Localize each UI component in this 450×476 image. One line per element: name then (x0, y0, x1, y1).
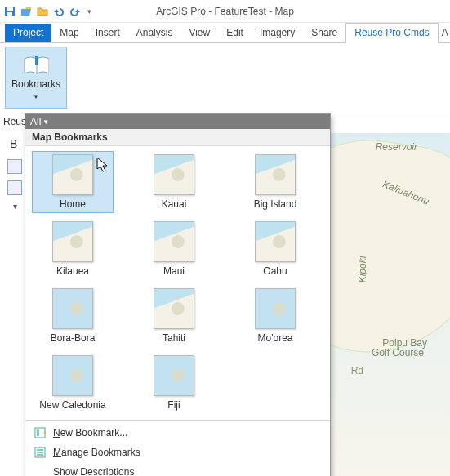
svg-rect-10 (37, 452, 43, 453)
bookmark-maui[interactable]: Maui (133, 218, 215, 280)
quick-access-toolbar: ▾ (3, 5, 93, 18)
bookmark-new-caledonia[interactable]: New Caledonia (32, 352, 114, 414)
qat-dropdown-icon[interactable]: ▾ (85, 5, 93, 18)
tool-icon-1[interactable] (7, 159, 22, 174)
map-label-rd: Rd (351, 365, 363, 376)
bookmark-thumb (52, 154, 93, 195)
svg-rect-11 (37, 454, 43, 456)
open-icon[interactable] (20, 5, 33, 18)
bookmark-label: Home (60, 198, 86, 210)
bookmarks-grid: Home Kauai Big Island Kilauea Maui Oahu … (25, 146, 330, 420)
bookmark-tahiti[interactable]: Tahiti (133, 285, 215, 347)
chevron-down-icon: ▼ (33, 93, 39, 100)
svg-rect-6 (37, 429, 39, 436)
dropdown-filter-label: All (30, 116, 41, 127)
bookmark-label: New Caledonia (39, 399, 105, 411)
ribbon-tabs: Project Map Insert Analysis View Edit Im… (0, 23, 450, 43)
svg-rect-1 (7, 7, 13, 11)
bookmark-home[interactable]: Home (32, 151, 114, 213)
tab-map[interactable]: Map (51, 24, 87, 42)
bookmark-oahu[interactable]: Oahu (234, 218, 316, 280)
tab-truncated[interactable]: A (439, 24, 450, 42)
bookmark-thumb (52, 355, 93, 396)
menu-new-bookmark[interactable]: ✦ New Bookmark... (25, 423, 330, 443)
bookmark-fiji[interactable]: Fiji (133, 352, 215, 414)
bookmark-label: Mo'orea (258, 332, 293, 344)
svg-rect-2 (7, 12, 12, 16)
bookmark-label: Maui (163, 265, 185, 277)
chevron-down-icon[interactable]: ▾ (13, 202, 17, 211)
bookmark-thumb (154, 288, 194, 329)
map-label-reservoir: Reservoir (376, 141, 417, 153)
tab-edit[interactable]: Edit (218, 24, 252, 42)
folder-icon[interactable] (36, 5, 49, 18)
tab-reuse-pro-cmds[interactable]: Reuse Pro Cmds (345, 23, 438, 43)
bookmark-thumb (255, 221, 296, 262)
manage-bookmarks-icon (33, 446, 47, 459)
redo-icon[interactable] (69, 5, 82, 18)
bookmarks-icon (23, 56, 49, 75)
bookmark-thumb (52, 288, 93, 329)
tab-analysis[interactable]: Analysis (128, 24, 181, 42)
dropdown-filter-all[interactable]: All ▼ (25, 114, 330, 129)
left-toolstrip: ▾ (3, 159, 26, 211)
dropdown-menu: ✦ New Bookmark... Manage Bookmarks Show … (25, 420, 330, 476)
menu-label: Manage Bookmarks (53, 447, 140, 458)
bookmark-thumb (255, 154, 296, 195)
tab-project[interactable]: Project (5, 24, 51, 42)
panel-reuse-truncated: Reus (3, 116, 26, 127)
bookmark-thumb (154, 221, 194, 262)
menu-manage-bookmarks[interactable]: Manage Bookmarks (25, 443, 330, 462)
menu-label: Show Descriptions (53, 466, 134, 476)
dropdown-heading: Map Bookmarks (25, 129, 330, 146)
bookmark-bora-bora[interactable]: Bora-Bora (32, 285, 114, 347)
bookmark-thumb (52, 221, 93, 262)
chevron-down-icon: ▼ (42, 118, 49, 126)
tab-view[interactable]: View (180, 24, 218, 42)
panel-b-truncated: B (10, 137, 17, 150)
svg-text:✦: ✦ (42, 427, 46, 438)
map-label-poipu2: Golf Course (372, 347, 424, 358)
tab-imagery[interactable]: Imagery (252, 24, 303, 42)
undo-icon[interactable] (52, 5, 65, 18)
bookmark-label: Tahiti (163, 332, 185, 344)
bookmark-big-island[interactable]: Big Island (234, 151, 316, 213)
tool-icon-2[interactable] (7, 180, 22, 195)
title-bar: ▾ ArcGIS Pro - FeatureTest - Map (0, 0, 450, 23)
bookmark-label: Big Island (254, 198, 297, 210)
ribbon-body: Bookmarks ▼ (0, 43, 450, 113)
bookmarks-dropdown: All ▼ Map Bookmarks Home Kauai Big Islan… (25, 113, 331, 476)
svg-rect-4 (35, 56, 38, 65)
tab-share[interactable]: Share (303, 24, 345, 42)
bookmarks-button[interactable]: Bookmarks ▼ (5, 47, 67, 109)
bookmark-label: Oahu (263, 265, 287, 277)
bookmark-thumb (255, 288, 296, 329)
bookmark-label: Kilauea (56, 265, 89, 277)
map-label-kipoki: Kipoki (358, 256, 369, 283)
save-icon[interactable] (3, 5, 16, 18)
menu-show-descriptions[interactable]: Show Descriptions (25, 462, 330, 476)
menu-label: New Bookmark... (53, 427, 127, 438)
bookmark-label: Bora-Bora (51, 332, 96, 344)
bookmark-kilauea[interactable]: Kilauea (32, 218, 114, 280)
new-bookmark-icon: ✦ (33, 426, 47, 439)
bookmark-label: Fiji (167, 399, 180, 411)
blank-icon (33, 465, 47, 476)
bookmark-label: Kauai (162, 198, 187, 210)
svg-rect-9 (37, 449, 43, 451)
bookmark-kauai[interactable]: Kauai (133, 151, 215, 213)
bookmarks-label: Bookmarks (11, 78, 60, 90)
bookmark-thumb (154, 154, 194, 195)
bookmark-thumb (154, 355, 194, 396)
bookmark-moorea[interactable]: Mo'orea (234, 285, 316, 347)
tab-insert[interactable]: Insert (87, 24, 128, 42)
